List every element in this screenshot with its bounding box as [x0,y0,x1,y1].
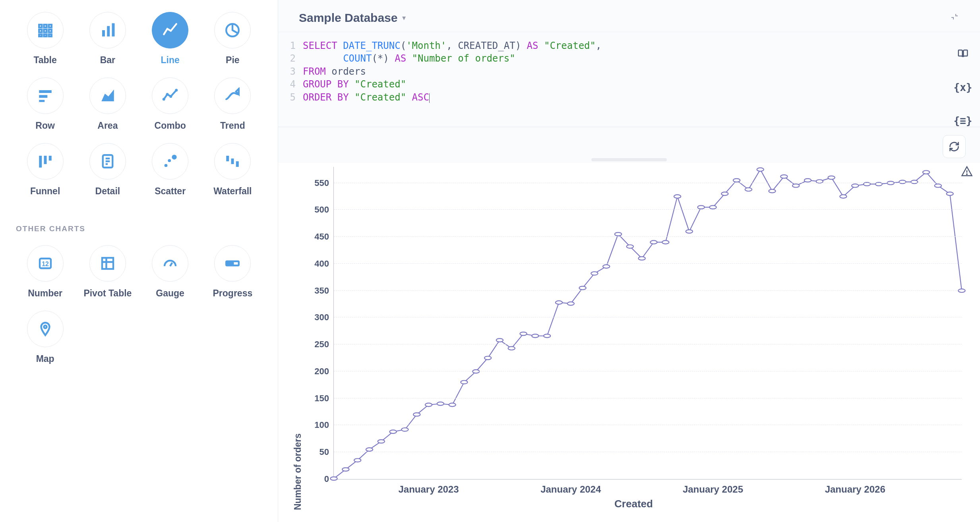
viz-option-detail[interactable]: Detail [78,143,137,197]
svg-point-65 [686,230,693,233]
svg-rect-26 [231,159,234,164]
svg-point-16 [166,93,169,96]
x-tick: January 2023 [398,484,459,495]
svg-rect-27 [236,161,239,167]
svg-point-24 [172,155,177,159]
svg-point-42 [413,413,420,416]
pane-resize-handle[interactable] [591,158,667,161]
sql-editor[interactable]: 12345 SELECT DATE_TRUNC('Month', CREATED… [278,32,946,127]
svg-point-44 [437,402,444,406]
combo-icon [152,77,188,114]
viz-option-label: Pie [226,55,240,66]
svg-point-34 [966,174,967,175]
editor-toolbar: {x} {≡} [946,32,980,127]
svg-point-69 [733,179,740,182]
svg-point-56 [579,286,586,290]
svg-point-66 [697,205,704,209]
viz-option-map[interactable]: Map [16,311,74,364]
svg-point-55 [567,302,574,305]
svg-rect-30 [102,258,113,269]
y-tick: 300 [305,312,329,323]
svg-rect-19 [39,156,42,168]
x-axis-label: Created [306,498,962,510]
x-tick: January 2025 [683,484,743,495]
viz-option-number[interactable]: 12Number [16,245,74,299]
sql-code[interactable]: SELECT DATE_TRUNC('Month', CREATED_AT) A… [303,39,601,122]
other-charts-heading: OTHER CHARTS [16,224,262,233]
viz-option-bar[interactable]: Bar [78,12,137,66]
waterfall-icon [214,143,251,180]
viz-option-funnel[interactable]: Funnel [16,143,74,197]
viz-option-row[interactable]: Row [16,77,74,131]
table-icon [27,12,64,48]
svg-point-60 [627,245,633,248]
data-reference-icon[interactable] [957,48,969,60]
chevron-down-icon: ▾ [402,14,406,22]
database-selector[interactable]: Sample Database ▾ [278,0,980,32]
svg-point-72 [769,189,775,193]
svg-point-48 [484,356,491,360]
svg-point-23 [168,159,171,162]
svg-rect-13 [39,95,47,98]
viz-option-label: Map [36,354,54,364]
row-icon [27,77,64,114]
viz-option-pie[interactable]: Pie [203,12,262,66]
warning-icon[interactable] [961,165,973,180]
svg-point-68 [721,192,728,195]
number-icon: 12 [27,245,64,282]
viz-option-label: Line [161,55,179,66]
viz-option-label: Pivot Table [83,288,132,299]
snippet-icon[interactable]: {≡} [954,115,972,127]
svg-point-50 [508,346,515,350]
y-tick: 150 [305,393,329,404]
svg-point-64 [674,195,681,198]
svg-rect-3 [39,29,42,32]
area-icon [89,77,126,114]
funnel-icon [27,143,64,180]
svg-point-58 [603,265,610,268]
svg-point-53 [544,334,550,338]
y-tick: 500 [305,205,329,215]
viz-option-pivot[interactable]: Pivot Table [78,245,137,299]
svg-point-49 [496,338,503,342]
svg-point-85 [923,170,930,174]
y-tick: 550 [305,178,329,188]
viz-option-line[interactable]: Line [141,12,199,66]
svg-point-17 [169,95,172,98]
y-tick: 350 [305,286,329,296]
viz-option-label: Detail [95,186,120,197]
chart-visualization: Number of orders 05010015020025030035040… [278,163,980,522]
viz-picker-sidebar: TableBarLinePieRowAreaComboTrendFunnelDe… [0,0,278,522]
svg-rect-5 [48,29,51,32]
viz-option-table[interactable]: Table [16,12,74,66]
svg-point-79 [852,184,858,188]
line-gutter: 12345 [283,39,303,122]
plot-area[interactable]: 050100150200250300350400450500550January… [333,167,962,479]
viz-option-label: Table [33,55,56,66]
y-tick: 400 [305,259,329,269]
collapse-icon[interactable] [950,12,959,24]
svg-point-57 [591,272,598,275]
viz-option-progress[interactable]: Progress [203,245,262,299]
progress-icon [214,245,251,282]
y-tick: 0 [305,474,329,484]
viz-option-label: Number [28,288,62,299]
variable-icon[interactable]: {x} [954,81,972,93]
viz-option-trend[interactable]: Trend [203,77,262,131]
x-tick: January 2026 [825,484,885,495]
svg-rect-25 [227,156,229,161]
svg-point-46 [461,381,467,384]
run-query-button[interactable] [943,135,966,158]
viz-option-label: Waterfall [213,186,252,197]
svg-point-78 [840,195,846,198]
viz-option-area[interactable]: Area [78,77,137,131]
pie-icon [214,12,251,48]
svg-point-70 [745,188,752,191]
svg-point-43 [425,403,432,407]
viz-option-waterfall[interactable]: Waterfall [203,143,262,197]
viz-option-gauge[interactable]: Gauge [141,245,199,299]
viz-option-combo[interactable]: Combo [141,77,199,131]
svg-point-83 [899,180,906,184]
viz-option-label: Combo [155,120,186,131]
viz-option-scatter[interactable]: Scatter [141,143,199,197]
